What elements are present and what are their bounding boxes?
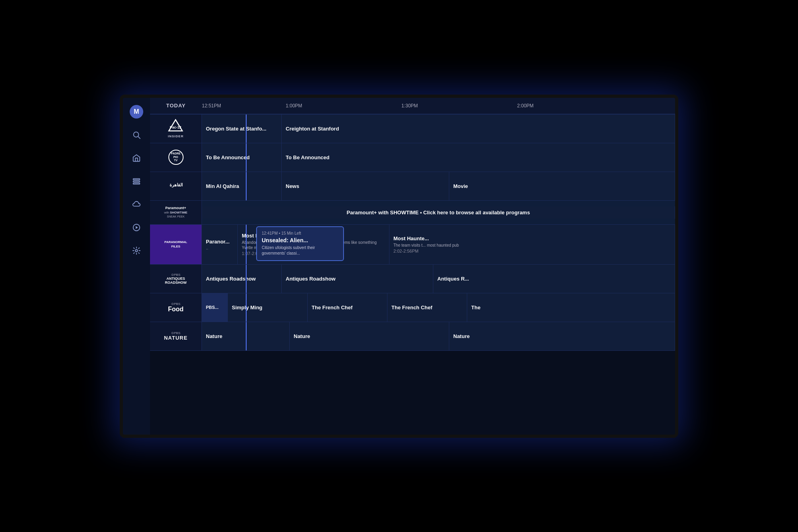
- channel-row-pbs-ars: ⊙PBS ANTIQUES ROADSHOW Antiques Roadshow…: [150, 265, 675, 293]
- program-tba-1[interactable]: To Be Announced: [202, 143, 282, 172]
- guide-icon[interactable]: [130, 174, 143, 188]
- program-title: PBS...: [206, 305, 223, 310]
- program-time: 2:02-2:56PM: [393, 249, 671, 253]
- program-tba-2[interactable]: To Be Announced: [282, 143, 675, 172]
- program-title: Creighton at Stanford: [286, 126, 671, 132]
- program-title: The: [471, 305, 671, 310]
- svg-rect-3: [133, 181, 140, 182]
- guide-rows: Pac-12 INSIDER Oregon State at Stanfo...…: [150, 115, 675, 435]
- channel-logo-pbs-ars[interactable]: ⊙PBS ANTIQUES ROADSHOW: [150, 265, 202, 293]
- time-2pm: 2:00PM: [517, 103, 533, 109]
- channel-logo-padre[interactable]: PADREPIOTV: [150, 143, 202, 172]
- program-title: To Be Announced: [206, 154, 277, 160]
- time-header: TODAY 12:51PM 1:00PM 1:30PM 2:00PM: [150, 98, 675, 115]
- program-french-chef-2[interactable]: The French Chef: [387, 293, 467, 322]
- program-title: The French Chef: [312, 305, 383, 310]
- pac12-logo: Pac-12 INSIDER: [168, 119, 184, 138]
- program-title: Nature: [206, 333, 285, 339]
- programs-pbs-nature: Nature Nature Nature: [202, 322, 675, 350]
- program-title: Antiques Roadshow: [286, 276, 429, 282]
- channel-row-pbs-nature: ⊙PBS NATURE Nature Nature Natur: [150, 322, 675, 351]
- time-1pm: 1:00PM: [286, 103, 302, 109]
- program-title: Nature: [294, 333, 445, 339]
- program-title: Antiques Roadshow: [206, 276, 277, 282]
- program-most-haunted-2[interactable]: Most Haunte... The team visits t... most…: [389, 225, 675, 264]
- program-title: Min Al Qahira: [206, 183, 277, 189]
- time-130pm: 1:30PM: [401, 103, 418, 109]
- channel-row-arabic: القاهرة Min Al Qahira News Mov: [150, 172, 675, 201]
- avatar[interactable]: M: [130, 105, 143, 119]
- program-oregon-state[interactable]: Oregon State at Stanfo...: [202, 115, 282, 143]
- svg-text:Pac-12: Pac-12: [170, 125, 182, 129]
- program-nature-3[interactable]: Nature: [449, 322, 675, 350]
- channel-logo-arabic[interactable]: القاهرة: [150, 172, 202, 200]
- today-label: TODAY: [166, 103, 186, 109]
- program-title: Paranor...: [206, 239, 233, 245]
- program-creighton[interactable]: Creighton at Stanford: [282, 115, 675, 143]
- program-nature-1[interactable]: Nature: [202, 322, 290, 350]
- program-title: News: [286, 183, 445, 189]
- settings-icon[interactable]: [130, 244, 143, 257]
- svg-rect-2: [133, 178, 140, 180]
- programs-padre: To Be Announced To Be Announced: [202, 143, 675, 172]
- home-icon[interactable]: [130, 151, 143, 165]
- play-icon[interactable]: [130, 221, 143, 234]
- channel-row-padre: PADREPIOTV To Be Announced To Be Announc…: [150, 143, 675, 172]
- program-tooltip[interactable]: 12:41PM • 15 Min Left Unsealed: Alien...…: [256, 226, 344, 261]
- programs-arabic: Min Al Qahira News Movie: [202, 172, 675, 200]
- program-title: To Be Announced: [286, 154, 671, 160]
- channel-row-paranormal: PARANORMALFILES Paranor... .. 12:41PM • …: [150, 225, 675, 265]
- channel-logo-pac12[interactable]: Pac-12 INSIDER: [150, 115, 202, 143]
- program-title: Oregon State at Stanfo...: [206, 126, 277, 132]
- showtime-logo: Paramount+ with SHOWTIME SNEAK PEEK: [164, 206, 187, 218]
- today-label-cell: TODAY: [150, 103, 202, 109]
- paranormal-logo: PARANORMALFILES: [162, 238, 190, 250]
- program-ars-1[interactable]: Antiques Roadshow: [202, 265, 282, 293]
- channel-logo-pbs-nature[interactable]: ⊙PBS NATURE: [150, 322, 202, 350]
- program-title: Nature: [453, 333, 671, 339]
- program-french-chef-1[interactable]: The French Chef: [308, 293, 387, 322]
- program-showtime-browse[interactable]: Paramount+ with SHOWTIME • Click here to…: [202, 206, 675, 219]
- channel-row-pbs-food: ⊙PBS Food PBS... Simply Ming Th: [150, 293, 675, 322]
- pbs-ars-logo: ⊙PBS ANTIQUES ROADSHOW: [165, 273, 187, 285]
- program-movie[interactable]: Movie: [449, 172, 675, 200]
- program-min-al-qahira[interactable]: Min Al Qahira: [202, 172, 282, 200]
- programs-showtime: Paramount+ with SHOWTIME • Click here to…: [202, 201, 675, 224]
- channel-row-pac12: Pac-12 INSIDER Oregon State at Stanfo...…: [150, 115, 675, 143]
- program-simply-ming[interactable]: Simply Ming: [228, 293, 308, 322]
- pbs-food-logo: ⊙PBS Food: [168, 302, 184, 313]
- tooltip-desc: Citizen ufologists subvert their governm…: [262, 245, 338, 256]
- program-pbs-sm[interactable]: PBS...: [202, 293, 228, 322]
- channel-logo-pbs-food[interactable]: ⊙PBS Food: [150, 293, 202, 322]
- search-icon[interactable]: [130, 128, 143, 142]
- program-title: Movie: [453, 183, 671, 189]
- program-nature-2[interactable]: Nature: [290, 322, 449, 350]
- program-desc: The team visits t... most haunted pub: [393, 243, 671, 248]
- program-title: Most Haunte...: [393, 235, 671, 241]
- program-subtitle: ..: [206, 245, 233, 250]
- channel-logo-showtime[interactable]: Paramount+ with SHOWTIME SNEAK PEEK: [150, 201, 202, 224]
- tooltip-time: 12:41PM • 15 Min Left: [262, 231, 338, 235]
- svg-line-1: [138, 136, 140, 138]
- program-title: The French Chef: [391, 305, 463, 310]
- current-time: 12:51PM: [202, 103, 221, 109]
- tv-frame: M TODAY: [120, 95, 678, 438]
- tooltip-title: Unsealed: Alien...: [262, 237, 338, 243]
- program-title: Antiques R...: [437, 276, 671, 282]
- program-ars-2[interactable]: Antiques Roadshow: [282, 265, 433, 293]
- program-title: Paramount+ with SHOWTIME • Click here to…: [347, 210, 530, 216]
- cloud-icon[interactable]: [130, 198, 143, 211]
- program-news[interactable]: News: [282, 172, 449, 200]
- guide: TODAY 12:51PM 1:00PM 1:30PM 2:00PM: [150, 98, 675, 435]
- svg-point-7: [135, 249, 138, 252]
- program-ars-3[interactable]: Antiques R...: [433, 265, 675, 293]
- programs-paranormal: Paranor... .. 12:41PM • 15 Min Left Unse…: [202, 225, 675, 264]
- sidebar: M: [123, 98, 150, 435]
- program-french-chef-3[interactable]: The: [467, 293, 675, 322]
- channel-row-showtime: Paramount+ with SHOWTIME SNEAK PEEK Para…: [150, 201, 675, 225]
- svg-marker-6: [136, 226, 138, 229]
- channel-logo-paranormal[interactable]: PARANORMALFILES: [150, 225, 202, 264]
- programs-pbs-ars: Antiques Roadshow Antiques Roadshow Anti…: [202, 265, 675, 293]
- program-paranor[interactable]: Paranor... ..: [202, 225, 238, 264]
- pbs-nature-logo: ⊙PBS NATURE: [164, 331, 188, 341]
